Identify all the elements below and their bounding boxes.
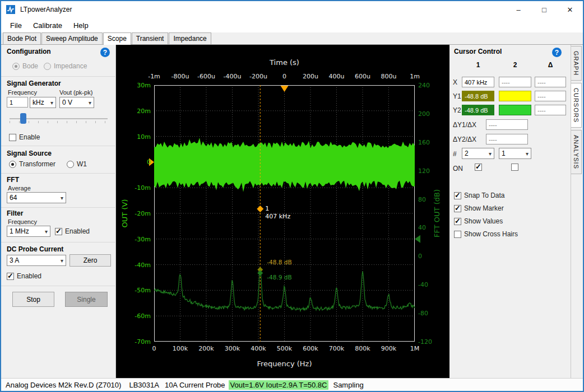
side-tab-analysis[interactable]: ANALYSIS <box>571 130 582 174</box>
cursor-1-on-checkbox[interactable] <box>475 164 482 171</box>
cursor-option-checkbox-snap-to-data[interactable] <box>454 192 461 199</box>
vout-label: Vout (pk-pk) <box>59 89 92 96</box>
fft-axis-title: FFT OUT (dB) <box>433 189 441 237</box>
average-select[interactable]: 64 <box>7 192 66 203</box>
titlebar: LTpowerAnalyzer – □ ✕ <box>1 1 583 18</box>
cursor-option-label: Show Values <box>464 217 503 225</box>
frequency-tick-label: 400k <box>251 345 266 352</box>
divider <box>1 286 116 286</box>
close-button[interactable]: ✕ <box>557 1 583 18</box>
status-bar: Analog Devices M2k Rev.D (Z7010) LB3031A… <box>1 378 583 391</box>
frequency-input[interactable] <box>7 97 28 108</box>
out-tick-label: -20m <box>135 210 151 217</box>
minimize-button[interactable]: – <box>506 1 531 18</box>
menubar: FileCalibrateHelp <box>1 18 583 32</box>
dc-probe-title: DC Probe Current <box>7 245 63 253</box>
fft-tick-label: 40 <box>418 224 426 231</box>
cursor-2-on-checkbox[interactable] <box>511 164 518 171</box>
stop-button[interactable]: Stop <box>12 292 54 307</box>
enable-checkbox[interactable] <box>9 134 16 141</box>
filter-frequency-select[interactable]: 1 MHz <box>7 226 50 237</box>
fft-ref-marker <box>415 235 420 243</box>
cursor-x-value-1[interactable]: 407 kHz <box>462 77 494 87</box>
zero-button[interactable]: Zero <box>69 254 111 267</box>
frequency-axis-title: Frequency (Hz) <box>257 360 312 368</box>
enable-label: Enable <box>19 133 40 141</box>
cursor-control-title: Cursor Control <box>454 48 502 55</box>
filter-frequency-value: 1 MHz <box>10 227 29 235</box>
cursor-option-label: Snap To Data <box>464 192 505 199</box>
dc-probe-current-value: 3 A <box>10 256 19 264</box>
status-probe: 10A Current Probe <box>165 381 225 389</box>
tab-transient[interactable]: Transient <box>132 32 169 44</box>
cursor-option-checkbox-show-values[interactable] <box>454 218 461 225</box>
filter-title: Filter <box>7 209 23 217</box>
help-icon[interactable]: ? <box>552 48 562 57</box>
divider <box>1 173 116 174</box>
dc-probe-current-select[interactable]: 3 A <box>7 255 66 266</box>
scope-chart[interactable]: 1407 kHz-48.8 dB-48.9 dB-1m-800u-600u-40… <box>116 45 449 378</box>
fft-tick-label: 120 <box>418 167 430 175</box>
help-icon[interactable]: ? <box>100 48 110 57</box>
cursor-y1-value-1: -48.8 dB <box>462 91 494 101</box>
tab-bode-plot[interactable]: Bode Plot <box>3 32 41 44</box>
cursor-option-label: Show Marker <box>464 204 504 212</box>
cursor-col-1-header: 1 <box>462 61 494 69</box>
time-tick-label: 1m <box>410 73 420 80</box>
divider <box>1 242 116 242</box>
cursor-1-marker <box>257 206 263 212</box>
menu-calibrate[interactable]: Calibrate <box>27 18 68 32</box>
filter-enabled-checkbox[interactable] <box>55 228 62 235</box>
bode-radio[interactable] <box>12 63 20 70</box>
out-tick-label: -70m <box>135 338 151 346</box>
cursor-1-number-select[interactable]: 2 <box>462 148 494 159</box>
tab-scope[interactable]: Scope <box>103 32 131 45</box>
tab-sweep-amplitude[interactable]: Sweep Amplitude <box>41 32 103 44</box>
time-tick-label: -1m <box>148 73 160 80</box>
status-board: LB3031A <box>129 381 159 389</box>
app-window: LTpowerAnalyzer – □ ✕ FileCalibrateHelp … <box>0 0 584 392</box>
maximize-button[interactable]: □ <box>531 1 557 18</box>
cursor-option-checkbox-show-cross-hairs[interactable] <box>454 231 461 238</box>
status-device: Analog Devices M2k Rev.D (Z7010) <box>6 381 121 389</box>
out-tick-label: -60m <box>135 312 151 320</box>
cursor-2-number-value: 1 <box>502 150 506 157</box>
cursor-2-number-select[interactable]: 1 <box>499 148 531 159</box>
fft-tick-label: 200 <box>418 110 430 118</box>
w1-radio[interactable] <box>67 161 74 168</box>
cursor-control-panel: Cursor Control ? 1 2 Δ X 407 kHz ---- --… <box>449 45 571 378</box>
vout-select[interactable]: 0 V <box>59 97 94 108</box>
out-tick-label: -40m <box>135 262 151 269</box>
time-tick-label: 600u <box>355 73 370 80</box>
cursor-col-2-header: 2 <box>499 61 531 69</box>
status-state: Sampling <box>333 381 363 389</box>
out-axis-title: OUT (V) <box>120 199 129 228</box>
menu-help[interactable]: Help <box>68 18 94 32</box>
dc-probe-enabled-checkbox[interactable] <box>7 273 14 280</box>
vout-value: 0 V <box>62 99 72 106</box>
divider <box>1 146 116 146</box>
signal-source-title: Signal Source <box>7 150 52 157</box>
tab-impedance[interactable]: Impedance <box>169 32 211 44</box>
impedance-radio[interactable] <box>44 63 51 70</box>
cursor-option-label: Show Cross Hairs <box>464 230 518 238</box>
filter-frequency-label: Frequency <box>8 218 37 225</box>
single-button: Single <box>65 292 108 307</box>
frequency-label: Frequency <box>8 89 37 96</box>
transformer-radio[interactable] <box>9 161 16 168</box>
side-tab-graph[interactable]: GRAPH <box>571 46 582 81</box>
frequency-tick-label: 0 <box>152 345 156 352</box>
frequency-tick-label: 700k <box>329 345 345 352</box>
amplitude-slider-thumb[interactable] <box>20 113 26 124</box>
cursor-x-value-2[interactable]: ---- <box>499 77 531 87</box>
cursor-option-checkbox-show-marker[interactable] <box>454 205 461 212</box>
side-tab-cursors[interactable]: CURSORS <box>571 83 582 128</box>
window-controls: – □ ✕ <box>506 1 583 18</box>
fft-tick-label: -40 <box>418 281 428 288</box>
frequency-unit-select[interactable]: kHz <box>30 97 56 108</box>
frequency-tick-label: 800k <box>355 345 370 352</box>
fft-tick-label: -120 <box>418 338 432 346</box>
menu-file[interactable]: File <box>4 18 27 32</box>
frequency-tick-label: 600k <box>303 345 318 352</box>
time-tick-label: 200u <box>303 73 318 80</box>
